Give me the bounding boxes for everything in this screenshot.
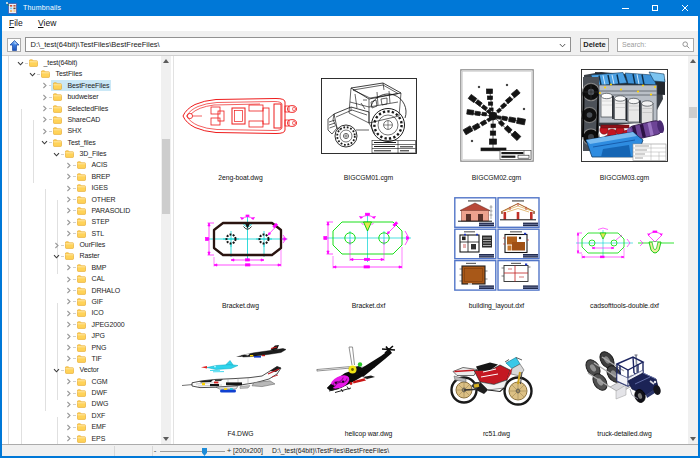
tree-item-content[interactable]: Vector — [63, 365, 101, 376]
tree-item-ShareCAD[interactable]: ShareCAD — [2, 114, 161, 125]
tree-item-content[interactable]: STL — [75, 228, 107, 239]
chevron-expanded-icon[interactable] — [17, 60, 24, 67]
tree-item-JPG[interactable]: JPG — [2, 331, 161, 342]
tree-item-CGM[interactable]: CGM — [2, 376, 161, 387]
tree-item-TIF[interactable]: TIF — [2, 353, 161, 364]
tree-item-content[interactable]: SHX — [51, 126, 84, 137]
up-folder-button[interactable] — [7, 38, 21, 52]
tree-item-IGES[interactable]: IGES — [2, 183, 161, 194]
tree-item-_test(64bit)[interactable]: _test(64bit) — [2, 58, 161, 69]
tree-item-content[interactable]: TestFiles — [39, 69, 85, 80]
chevron-collapsed-icon[interactable] — [65, 264, 72, 271]
tree-item-content[interactable]: OurFiles — [63, 240, 108, 251]
tree-item-content[interactable]: CAL — [75, 274, 107, 285]
tree-scrollbar-thumb[interactable] — [162, 139, 170, 214]
thumbnail-rc51.dwg[interactable]: rc51.dwg — [433, 313, 561, 441]
tree-item-content[interactable]: ACIS — [75, 160, 110, 171]
tree-item-content[interactable]: _test(64bit) — [27, 58, 80, 69]
tree-item-GIF[interactable]: GIF — [2, 296, 161, 307]
tree-item-OTHER[interactable]: OTHER — [2, 194, 161, 205]
thumbnail-Bracket.dxf[interactable]: Bracket.dxf — [305, 185, 433, 313]
chevron-expanded-icon[interactable] — [41, 139, 48, 146]
chevron-collapsed-icon[interactable] — [65, 298, 72, 305]
chevron-collapsed-icon[interactable] — [65, 401, 72, 408]
tree-item-content[interactable]: ShareCAD — [51, 114, 103, 125]
delete-button[interactable]: Delete — [580, 38, 609, 52]
tree-item-content-selected[interactable]: BestFreeFiles — [51, 80, 112, 91]
tree-item-ACIS[interactable]: ACIS — [2, 160, 161, 171]
chevron-collapsed-icon[interactable] — [41, 94, 48, 101]
thumbs-scrollbar-thumb[interactable] — [689, 107, 697, 118]
chevron-collapsed-icon[interactable] — [41, 105, 48, 112]
thumbnail-Bracket.dwg[interactable]: Bracket.dwg — [177, 185, 305, 313]
tree-item-content[interactable]: EPS — [75, 433, 108, 444]
tree-item-Vector[interactable]: Vector — [2, 365, 161, 376]
zoom-slider-thumb[interactable] — [202, 448, 207, 456]
tree-item-ICO[interactable]: ICO — [2, 308, 161, 319]
tree-item-TestFiles[interactable]: TestFiles — [2, 69, 161, 80]
tree-item-OurFiles[interactable]: OurFiles — [2, 240, 161, 251]
thumbnail-helicop war.dwg[interactable]: helicop war.dwg — [305, 313, 433, 441]
thumbnail-BIGCGM01.cgm[interactable]: BIGCGM01.cgm — [305, 57, 433, 185]
menu-file[interactable]: File — [9, 16, 23, 31]
chevron-collapsed-icon[interactable] — [65, 276, 72, 283]
tree-item-content[interactable]: JPG — [75, 331, 107, 342]
tree-item-EPS[interactable]: EPS — [2, 433, 161, 444]
chevron-collapsed-icon[interactable] — [41, 128, 48, 135]
chevron-collapsed-icon[interactable] — [65, 310, 72, 317]
tree-item-content[interactable]: 3D_Files — [63, 149, 109, 160]
tree-item-3D_Files[interactable]: 3D_Files — [2, 149, 161, 160]
tree-item-SHX[interactable]: SHX — [2, 126, 161, 137]
chevron-collapsed-icon[interactable] — [65, 412, 72, 419]
chevron-collapsed-icon[interactable] — [65, 230, 72, 237]
chevron-expanded-icon[interactable] — [53, 367, 60, 374]
thumbnail-2eng-boat.dwg[interactable]: 2eng-boat.dwg — [177, 57, 305, 185]
tree-scroll-up-button[interactable] — [161, 56, 171, 66]
tree-item-content[interactable]: DXF — [75, 410, 108, 421]
minimize-button[interactable] — [610, 0, 640, 16]
path-value[interactable]: D:\_test(64bit)\TestFiles\BestFreeFiles\ — [31, 38, 160, 51]
tree-item-content[interactable]: BMP — [75, 262, 109, 273]
chevron-down-icon[interactable] — [559, 43, 566, 48]
tree-item-content[interactable]: EMF — [75, 422, 108, 433]
tree-item-content[interactable]: Raster — [63, 251, 102, 262]
chevron-collapsed-icon[interactable] — [65, 321, 72, 328]
chevron-collapsed-icon[interactable] — [65, 207, 72, 214]
chevron-collapsed-icon[interactable] — [65, 196, 72, 203]
tree-scrollbar[interactable] — [161, 56, 171, 444]
tree-item-content[interactable]: ICO — [75, 308, 106, 319]
tree-item-BMP[interactable]: BMP — [2, 262, 161, 273]
chevron-collapsed-icon[interactable] — [65, 185, 72, 192]
tree-item-content[interactable]: BREP — [75, 171, 113, 182]
tree-item-DRHALO[interactable]: DRHALO — [2, 285, 161, 296]
chevron-collapsed-icon[interactable] — [65, 287, 72, 294]
tree-item-content[interactable]: budweiser — [51, 92, 101, 103]
chevron-collapsed-icon[interactable] — [65, 355, 72, 362]
tree-item-BREP[interactable]: BREP — [2, 171, 161, 182]
chevron-collapsed-icon[interactable] — [65, 333, 72, 340]
close-button[interactable] — [670, 0, 700, 16]
tree-item-content[interactable]: DWG — [75, 399, 111, 410]
thumbnail-F4.DWG[interactable]: F4.DWG — [177, 313, 305, 441]
tree-item-content[interactable]: TIF — [75, 353, 104, 364]
tree-item-STEP[interactable]: STEP — [2, 217, 161, 228]
chevron-collapsed-icon[interactable] — [65, 173, 72, 180]
tree-item-PARASOLID[interactable]: PARASOLID — [2, 205, 161, 216]
chevron-collapsed-icon[interactable] — [65, 390, 72, 397]
tree-item-content[interactable]: OTHER — [75, 194, 118, 205]
chevron-collapsed-icon[interactable] — [65, 424, 72, 431]
thumbnails-scrollbar[interactable] — [688, 56, 698, 444]
chevron-collapsed-icon[interactable] — [65, 219, 72, 226]
zoom-out-label[interactable]: - — [151, 445, 159, 456]
tree-item-PNG[interactable]: PNG — [2, 342, 161, 353]
thumbs-scroll-up-button[interactable] — [688, 56, 698, 66]
tree-item-content[interactable]: PARASOLID — [75, 205, 133, 216]
tree-item-budweiser[interactable]: budweiser — [2, 92, 161, 103]
tree-item-content[interactable]: IGES — [75, 183, 110, 194]
tree-item-content[interactable]: GIF — [75, 296, 105, 307]
tree-item-content[interactable]: PNG — [75, 342, 109, 353]
chevron-collapsed-icon[interactable] — [65, 378, 72, 385]
tree-item-DWF[interactable]: DWF — [2, 388, 161, 399]
maximize-button[interactable] — [640, 0, 670, 16]
chevron-collapsed-icon[interactable] — [65, 344, 72, 351]
